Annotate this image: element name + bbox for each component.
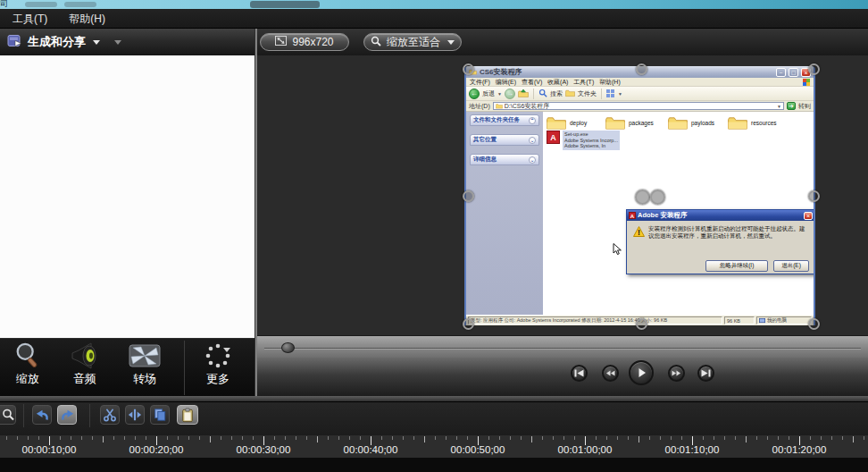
selection-resize-handle[interactable] [463,318,474,330]
ruler-tick [274,436,275,440]
panel-chevron-icon: ⌃ [529,117,536,124]
section-edge [0,396,868,402]
xp-forward-icon: → [505,88,515,99]
tools-bar: 缩放 音频 转场 更多 [0,338,255,396]
ruler-tick [703,436,704,440]
ruler-tick [263,436,264,445]
selection-resize-handle[interactable] [463,63,474,75]
ruler-tick [71,436,71,440]
scissors-icon [103,408,117,422]
split-button[interactable] [125,405,145,425]
timeline-zoom-button[interactable] [0,405,16,425]
resize-icon [275,36,287,48]
collapse-chevron-icon[interactable] [114,40,121,45]
zoom-tool-icon [13,341,42,371]
produce-share-label: 生成和分享 [28,34,86,50]
selection-resize-handle[interactable] [636,318,647,330]
xp-address-folder-icon [496,103,503,109]
ruler-tick [724,436,725,440]
panel-chevron-icon: ⌄ [529,137,536,144]
xp-file-area: deploy packages payloads resources [543,112,814,315]
ruler-tick [821,436,822,440]
ruler-tick [553,436,554,440]
ruler-tick [371,436,371,445]
redo-button[interactable] [57,405,77,425]
tools-separator [184,341,185,395]
ruler-tick [681,436,682,440]
xp-menubar: 文件(F) 编辑(E) 查看(V) 收藏(A) 工具(T) 帮助(H) [466,78,814,87]
canvas-size-button[interactable]: 996x720 [260,33,349,51]
ruler-tick [435,436,436,440]
ruler-tick [810,436,811,440]
timeline-empty-area [0,458,868,472]
ruler-tick [349,436,350,440]
app-window: 司 工具(T) 帮助(H) 生成和分享 996x720 [0,0,868,472]
xp-address-bar: 地址(D) D:\CS6安装程序 ▼ ➜ 转到 [466,101,814,112]
seek-track[interactable] [264,348,861,350]
dialog-ignore-button: 忽略并继续(I) [705,260,768,272]
xp-toolbar: ← 后退 ▼ → 搜索 文件夹 ▼ [466,87,814,101]
ruler-tick [521,436,522,440]
folder-icon [667,115,689,131]
selection-resize-handle[interactable] [636,63,647,75]
menu-help[interactable]: 帮助(H) [60,9,114,29]
undo-button[interactable] [32,405,52,425]
canvas-size-label: 996x720 [292,36,333,48]
selection-center-handle[interactable] [635,190,650,205]
audio-tool-icon [70,341,100,371]
selection-resize-handle[interactable] [808,63,820,75]
ruler-tick [188,436,189,440]
selection-resize-handle[interactable] [808,318,820,330]
tool-zoom-button[interactable]: 缩放 [0,341,55,394]
tool-transitions-button[interactable]: 转场 [117,341,172,394]
ruler-tick [360,436,361,440]
fast-forward-button[interactable] [668,365,685,382]
skip-start-button[interactable] [571,365,588,382]
timeline-ruler[interactable]: 00:00:10;0000:00:20;0000:00:30;0000:00:4… [0,435,868,458]
ruler-tick [199,436,200,440]
tool-more-button[interactable]: 更多 [190,341,246,394]
ruler-tick [446,436,447,440]
seek-bar[interactable] [257,335,868,358]
ruler-tick [692,436,693,445]
ruler-tick [60,436,61,440]
ruler-tick [253,436,254,440]
rewind-button[interactable] [602,365,619,382]
ruler-tick [338,436,339,440]
xp-address-label: 地址(D) [469,102,490,111]
menu-tools[interactable]: 工具(T) [4,9,56,29]
windows-flag-icon [803,79,810,86]
play-button[interactable] [629,360,654,385]
ruler-tick [563,436,564,440]
copy-button[interactable] [150,405,170,425]
background-control [250,1,320,8]
ruler-tick [124,436,125,440]
dialog-titlebar: A Adobe 安装程序 × [627,210,814,221]
seek-thumb[interactable] [281,342,295,353]
xp-setup-file-item: A Set-up.exe Adobe Systems Incorp... Ado… [547,131,620,150]
skip-end-button[interactable] [697,365,714,382]
file-desc: Adobe Systems Incorp... [564,138,618,143]
zoom-fit-button[interactable]: 缩放至适合 [363,33,462,51]
paste-button[interactable] [177,405,198,425]
produce-dropdown-caret-icon[interactable] [93,40,100,45]
status-location: 我的电脑 [756,316,812,324]
ruler-tick [660,436,661,440]
selection-resize-handle[interactable] [463,190,474,202]
toolbar-separator [23,404,24,427]
selection-resize-handle[interactable] [808,190,820,202]
xp-sidebar-panel: 其它位置⌄ [470,134,539,146]
selection-rotate-handle[interactable] [650,190,665,205]
ruler-tick [467,436,468,440]
ruler-tick [424,436,425,442]
ruler-tick [499,436,500,440]
paste-icon [180,408,195,423]
tool-audio-button[interactable]: 音频 [57,341,113,394]
preview-stage[interactable]: CS6安装程序 － □ × 文件(F) 编辑(E) 查看(V) 收藏(A) 工具… [257,55,868,335]
adobe-setup-icon: A [547,131,560,144]
xp-search-label: 搜索 [550,89,563,98]
xp-menu-items: 文件(F) 编辑(E) 查看(V) 收藏(A) 工具(T) 帮助(H) [470,78,621,87]
xp-address-text: D:\CS6安装程序 [505,102,550,110]
produce-share-button[interactable]: 生成和分享 [7,34,121,50]
cut-button[interactable] [100,405,120,425]
